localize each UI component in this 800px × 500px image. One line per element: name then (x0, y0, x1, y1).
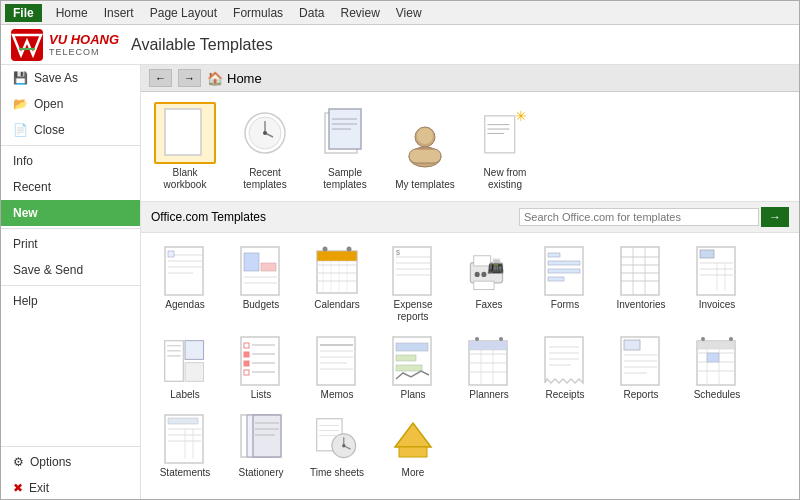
grid-item-stationery[interactable]: Stationery (225, 409, 297, 483)
svg-rect-141 (253, 415, 281, 457)
forward-button[interactable]: → (178, 69, 201, 87)
blank-workbook-icon (154, 102, 216, 164)
template-grid: Agendas Budgets (141, 233, 799, 491)
invoices-icon (691, 245, 743, 297)
grid-item-memos[interactable]: Memos (301, 331, 373, 405)
template-blank-workbook[interactable]: Blankworkbook (149, 102, 221, 191)
file-menu-button[interactable]: File (5, 4, 42, 22)
template-new-from-existing[interactable]: ✳ New fromexisting (469, 102, 541, 191)
grid-item-schedules[interactable]: Schedules (681, 331, 753, 405)
forms-icon (539, 245, 591, 297)
sidebar-item-new[interactable]: New (1, 200, 140, 226)
grid-item-lists[interactable]: Lists (225, 331, 297, 405)
grid-item-faxes[interactable]: 📠 Faxes (453, 241, 525, 327)
planners-icon (463, 335, 515, 387)
grid-item-receipts[interactable]: Receipts (529, 331, 601, 405)
svg-rect-78 (165, 341, 184, 382)
sidebar-item-options[interactable]: ⚙ Options (1, 449, 140, 475)
search-input[interactable] (519, 208, 759, 226)
logo-sub: TELECOM (49, 47, 119, 57)
svg-rect-153 (399, 447, 427, 457)
back-button[interactable]: ← (149, 69, 172, 87)
sidebar-item-exit[interactable]: ✖ Exit (1, 475, 140, 500)
content-area: ← → 🏠 Home Blankworkbook (141, 65, 799, 500)
menu-formulas[interactable]: Formulas (225, 4, 291, 22)
svg-point-17 (417, 128, 433, 144)
menu-review[interactable]: Review (332, 4, 387, 22)
grid-item-planners[interactable]: Planners (453, 331, 525, 405)
menu-page-layout[interactable]: Page Layout (142, 4, 225, 22)
grid-item-statements[interactable]: Statements (149, 409, 221, 483)
time-sheets-icon (311, 413, 363, 465)
svg-rect-32 (261, 263, 276, 271)
logo-icon (9, 27, 45, 63)
grid-item-budgets[interactable]: Budgets (225, 241, 297, 327)
template-my[interactable]: My templates (389, 114, 461, 191)
grid-item-agendas[interactable]: Agendas (149, 241, 221, 327)
grid-item-forms[interactable]: Forms (529, 241, 601, 327)
svg-rect-60 (548, 253, 560, 257)
sidebar-divider-4 (1, 446, 140, 447)
svg-rect-93 (317, 337, 355, 385)
svg-point-55 (475, 272, 480, 277)
svg-rect-80 (185, 363, 204, 382)
svg-text:📠: 📠 (487, 258, 504, 275)
sidebar-item-recent[interactable]: Recent (1, 174, 140, 200)
menu-insert[interactable]: Insert (96, 4, 142, 22)
grid-item-reports[interactable]: Reports (605, 331, 677, 405)
faxes-icon: 📠 (463, 245, 515, 297)
home-nav: ← → 🏠 Home (141, 65, 799, 92)
sidebar-divider-1 (1, 145, 140, 146)
svg-rect-4 (168, 112, 198, 152)
save-as-icon: 💾 (13, 71, 28, 85)
grid-item-invoices[interactable]: Invoices (681, 241, 753, 327)
schedules-icon (691, 335, 743, 387)
template-sample[interactable]: Sampletemplates (309, 102, 381, 191)
grid-item-time-sheets[interactable]: Time sheets (301, 409, 373, 483)
grid-item-inventories[interactable]: Inventories (605, 241, 677, 327)
logo: VU HOANG TELECOM (9, 27, 119, 63)
menu-view[interactable]: View (388, 4, 430, 22)
sidebar-item-open[interactable]: 📂 Open (1, 91, 140, 117)
stationery-icon (235, 413, 287, 465)
close-icon: 📄 (13, 123, 28, 137)
sidebar-item-print[interactable]: Print (1, 231, 140, 257)
open-icon: 📂 (13, 97, 28, 111)
svg-rect-85 (244, 343, 249, 348)
sidebar: 💾 Save As 📂 Open 📄 Close Info Recent New… (1, 65, 141, 500)
grid-item-more[interactable]: More (377, 409, 449, 483)
svg-rect-29 (168, 251, 174, 257)
svg-rect-87 (244, 352, 249, 357)
sidebar-item-help[interactable]: Help (1, 288, 140, 314)
more-icon (387, 413, 439, 465)
svg-point-110 (475, 337, 479, 341)
sidebar-item-save-as[interactable]: 💾 Save As (1, 65, 140, 91)
memos-icon (311, 335, 363, 387)
svg-point-9 (263, 131, 267, 135)
search-button[interactable]: → (761, 207, 789, 227)
reports-icon (615, 335, 667, 387)
grid-item-calendars[interactable]: Calendars (301, 241, 373, 327)
svg-rect-123 (697, 341, 735, 349)
svg-point-149 (342, 444, 345, 447)
svg-rect-104 (469, 341, 507, 350)
lists-icon (235, 335, 287, 387)
svg-rect-64 (621, 247, 659, 295)
my-templates-icon (394, 114, 456, 176)
grid-item-plans[interactable]: Plans (377, 331, 449, 405)
svg-rect-31 (244, 253, 259, 271)
budgets-icon (235, 245, 287, 297)
sidebar-item-close[interactable]: 📄 Close (1, 117, 140, 143)
template-recent[interactable]: Recenttemplates (229, 102, 301, 191)
svg-rect-117 (624, 340, 640, 350)
grid-item-expense-reports[interactable]: $ Expensereports (377, 241, 449, 327)
sidebar-item-save-send[interactable]: Save & Send (1, 257, 140, 283)
sidebar-item-info[interactable]: Info (1, 148, 140, 174)
office-section-label: Office.com Templates (151, 210, 266, 224)
menu-data[interactable]: Data (291, 4, 332, 22)
svg-rect-79 (185, 341, 204, 360)
menu-home[interactable]: Home (48, 4, 96, 22)
svg-rect-62 (548, 269, 580, 273)
grid-item-labels[interactable]: Labels (149, 331, 221, 405)
sample-templates-icon (314, 102, 376, 164)
